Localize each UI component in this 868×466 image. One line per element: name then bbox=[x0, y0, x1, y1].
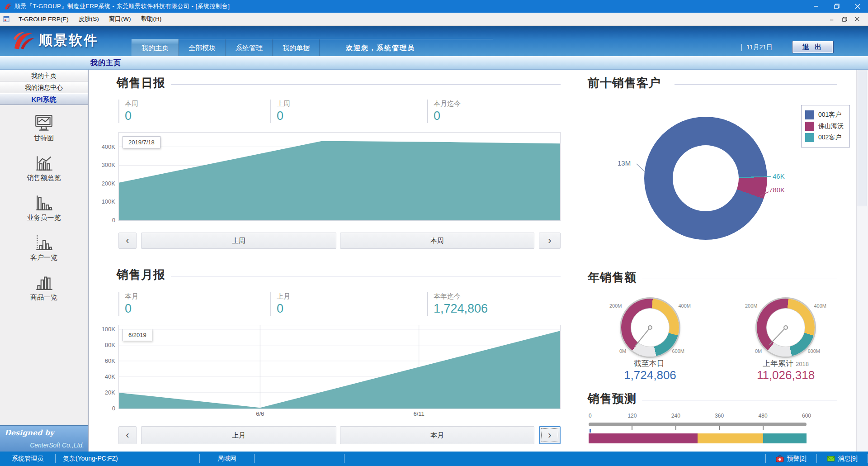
status-messages[interactable]: 消息[9] bbox=[817, 452, 868, 466]
minimize-icon[interactable] bbox=[806, 0, 826, 13]
y-axis-tick-label: 60K bbox=[105, 357, 115, 364]
gauge-last-year: 200M 400M 0M 600M 上年累计2018 11,026,318 bbox=[745, 294, 826, 383]
app-logo-icon bbox=[4, 2, 12, 10]
forecast-axis-label: 0 bbox=[589, 413, 592, 419]
y-axis-tick-label: 300K bbox=[102, 162, 115, 168]
y-axis-tick-label: 0 bbox=[112, 405, 115, 412]
forecast-axis-tick bbox=[632, 426, 632, 430]
daily-report-title: 销售日报 bbox=[117, 75, 165, 91]
gauge-ring bbox=[757, 299, 815, 357]
status-alerts[interactable]: 预警[2] bbox=[766, 452, 816, 466]
x-axis-tick-label: 6/6 bbox=[256, 410, 264, 417]
alert-medkit-icon bbox=[776, 455, 784, 462]
legend-item[interactable]: 002客户 bbox=[805, 133, 846, 143]
header-tab[interactable]: 我的主页 bbox=[132, 39, 179, 57]
monthly-chart-tooltip: 6/2019 bbox=[123, 329, 152, 341]
message-envelope-icon bbox=[827, 455, 835, 462]
monthly-thismonth-button[interactable]: 本月 bbox=[340, 426, 534, 444]
daily-lastweek-button[interactable]: 上周 bbox=[141, 233, 336, 249]
sidebar-item[interactable]: KPI系统 bbox=[0, 93, 88, 105]
forecast-bar[interactable] bbox=[589, 433, 807, 443]
mdi-minimize-icon[interactable] bbox=[826, 13, 838, 25]
gauge-year-to-date: 200M 400M 0M 600M 截至本日 1,724,806 bbox=[609, 294, 691, 383]
monthly-next-button[interactable]: › bbox=[539, 426, 561, 444]
stat-month-to-date: 本月迄今 0 bbox=[427, 100, 531, 123]
exit-button[interactable]: 退 出 bbox=[792, 41, 834, 53]
status-user: 系统管理员 bbox=[0, 452, 55, 466]
brand-name: 顺景软件 bbox=[39, 31, 99, 50]
tab-my-homepage[interactable]: 我的主页 bbox=[90, 56, 121, 70]
mdi-restore-icon[interactable] bbox=[838, 13, 851, 25]
daily-next-button[interactable]: › bbox=[539, 233, 561, 249]
forecast-axis-label: 120 bbox=[627, 413, 637, 419]
main-content: 销售日报 本周 0 上周 0 本月迄今 0 2019/7/18 0100K200… bbox=[89, 70, 856, 452]
date-separator bbox=[741, 44, 742, 51]
sidebar-item-label: 客户一览 bbox=[0, 253, 88, 262]
daily-chart-y-axis: 0100K200K300K400K bbox=[89, 133, 115, 220]
forecast-bar-segment bbox=[698, 433, 763, 443]
monthly-prev-button[interactable]: ‹ bbox=[118, 426, 137, 444]
window-title: 顺景『T-GROUP』制造业ERP系统 - 东莞顺景软件科技有限公司 - [系统… bbox=[14, 2, 230, 10]
close-icon[interactable] bbox=[847, 0, 868, 13]
menu-item[interactable]: 帮助(H) bbox=[136, 13, 167, 25]
daily-sales-area-chart[interactable]: 2019/7/18 0100K200K300K400K bbox=[118, 132, 561, 221]
y-axis-tick-label: 100K bbox=[102, 326, 115, 333]
status-separator bbox=[344, 454, 344, 463]
menu-bar: T-GROUP ERP(E)皮肤(S)窗口(W)帮助(H) bbox=[0, 13, 868, 26]
sidebar-item-label: 销售额总览 bbox=[0, 174, 88, 182]
forecast-axis-label: 360 bbox=[715, 413, 724, 419]
status-empty-cell bbox=[255, 452, 344, 466]
restore-icon[interactable] bbox=[826, 0, 847, 13]
top-customers-title: 前十销售客户 bbox=[588, 75, 661, 91]
erp-window: 顺景『T-GROUP』制造业ERP系统 - 东莞顺景软件科技有限公司 - [系统… bbox=[0, 0, 868, 466]
window-titlebar: 顺景『T-GROUP』制造业ERP系统 - 东莞顺景软件科技有限公司 - [系统… bbox=[0, 0, 868, 13]
sidebar-item[interactable]: 我的消息中心 bbox=[0, 81, 88, 93]
legend-item[interactable]: 001客户 bbox=[805, 110, 846, 120]
menu-item[interactable]: 皮肤(S) bbox=[74, 13, 104, 25]
forecast-title: 销售预测 bbox=[588, 391, 637, 407]
forecast-bar-segment bbox=[589, 433, 698, 443]
monthly-title-rule bbox=[171, 276, 561, 276]
sales-overview-icon bbox=[33, 154, 54, 172]
brand-logo: 顺景软件 bbox=[12, 29, 99, 51]
donut-hole bbox=[673, 145, 739, 211]
product-overview-icon bbox=[33, 273, 54, 291]
top-customers-donut-chart[interactable] bbox=[644, 117, 767, 240]
monthly-lastmonth-button[interactable]: 上月 bbox=[141, 426, 336, 444]
kpi-menu: 甘特图 销售额总览 业务员一览 bbox=[0, 112, 88, 311]
legend-item[interactable]: 佛山海沃 bbox=[805, 121, 846, 131]
sidebar: 我的主页我的消息中心KPI系统 甘特图 销售额总览 bbox=[0, 70, 89, 452]
stat-year-to-date: 本年迄今 1,724,806 bbox=[427, 292, 531, 316]
sidebar-item-sales-overview[interactable]: 销售额总览 bbox=[0, 152, 88, 192]
monthly-sales-area-chart[interactable]: 6/2019 020K40K60K80K100K 6/66/11 bbox=[118, 325, 561, 409]
forecast-marker bbox=[590, 429, 591, 433]
header-band: 顺景软件 我的主页全部模块系统管理我的单据 欢迎您，系统管理员 11月21日 退… bbox=[0, 26, 868, 56]
vertical-scrollbar[interactable] bbox=[856, 70, 868, 452]
sidebar-item[interactable]: 我的主页 bbox=[0, 70, 88, 81]
header-tab-row: 我的主页全部模块系统管理我的单据 欢迎您，系统管理员 bbox=[132, 39, 493, 56]
header-tab[interactable]: 全部模块 bbox=[179, 39, 226, 57]
sidebar-item-label: 甘特图 bbox=[0, 134, 88, 143]
y-axis-tick-label: 100K bbox=[102, 198, 115, 205]
mdi-close-icon[interactable] bbox=[851, 13, 863, 25]
header-tab[interactable]: 我的单据 bbox=[273, 39, 320, 57]
app-mini-icon bbox=[3, 15, 10, 23]
daily-prev-button[interactable]: ‹ bbox=[118, 233, 137, 249]
sidebar-item-customer-overview[interactable]: 客户一览 bbox=[0, 232, 88, 271]
sidebar-item-product-overview[interactable]: 商品一览 bbox=[0, 271, 88, 311]
scrollbar-thumb[interactable] bbox=[858, 71, 867, 206]
forecast-axis-label: 600 bbox=[802, 413, 811, 419]
y-axis-tick-label: 200K bbox=[102, 180, 115, 187]
top-customers-legend: 001客户 佛山海沃 002客户 bbox=[801, 105, 850, 147]
stat-last-month: 上月 0 bbox=[270, 292, 374, 316]
sidebar-item-gantt[interactable]: 甘特图 bbox=[0, 112, 88, 152]
stat-last-week: 上周 0 bbox=[270, 100, 374, 123]
salesman-overview-icon bbox=[33, 194, 54, 212]
gauge-value: 1,724,806 bbox=[609, 368, 691, 382]
sidebar-item-label: 商品一览 bbox=[0, 293, 88, 302]
header-tab[interactable]: 系统管理 bbox=[226, 39, 273, 57]
sidebar-item-salesman-overview[interactable]: 业务员一览 bbox=[0, 192, 88, 232]
menu-item[interactable]: 窗口(W) bbox=[104, 13, 136, 25]
menu-item[interactable]: T-GROUP ERP(E) bbox=[14, 13, 74, 25]
daily-thisweek-button[interactable]: 本周 bbox=[340, 233, 534, 249]
